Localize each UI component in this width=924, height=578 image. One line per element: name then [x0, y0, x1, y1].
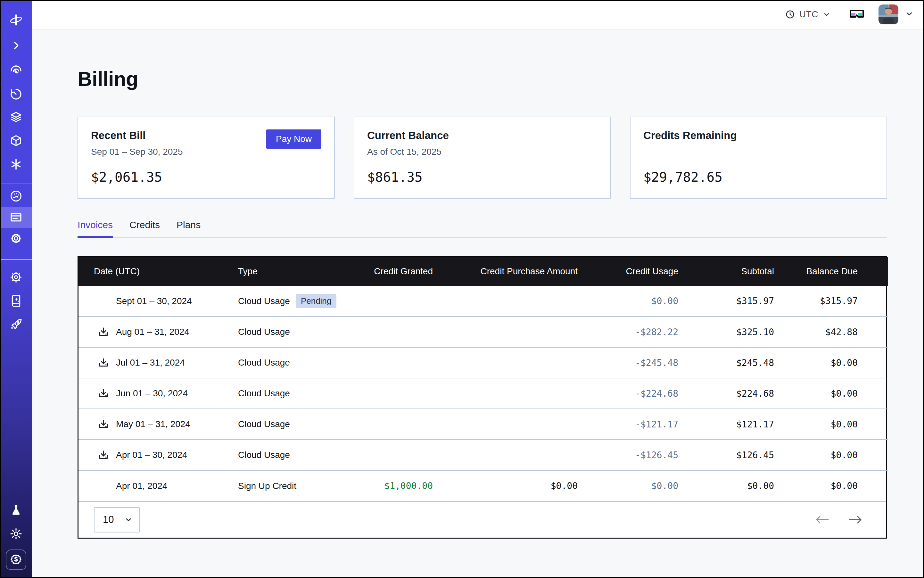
sidebar [0, 0, 32, 578]
credits-remaining-card: Credits Remaining $29,782.65 [630, 117, 887, 199]
goggles-icon [849, 9, 864, 19]
card-title: Credits Remaining [643, 130, 874, 141]
table-footer: 10 [78, 501, 886, 537]
balance-due-value: $0.00 [784, 470, 888, 501]
dollar-badge-icon [10, 553, 23, 566]
pay-now-button[interactable]: Pay Now [266, 130, 322, 149]
layers-icon[interactable] [8, 110, 24, 125]
invoices-table: Date (UTC) Type Credit Granted Credit Pu… [78, 256, 887, 539]
credit-granted-value [357, 440, 443, 470]
rewards-button[interactable] [6, 549, 26, 570]
subtotal-value: $315.97 [689, 286, 784, 317]
balance-due-value: $315.97 [784, 286, 888, 317]
billing-tabs: Invoices Credits Plans [78, 219, 887, 238]
col-subtotal: Subtotal [689, 257, 784, 286]
download-icon [98, 419, 109, 430]
page-size-value: 10 [103, 514, 114, 526]
billing-period: Sep 01 – Sep 30, 2025 [91, 147, 183, 157]
tab-credits[interactable]: Credits [130, 219, 160, 237]
col-balance-due: Balance Due [784, 257, 888, 286]
card-title: Recent Bill [91, 130, 183, 141]
download-invoice-button[interactable] [98, 388, 109, 399]
observe-icon[interactable] [8, 63, 24, 78]
credit-purchase-value [443, 440, 588, 470]
sidebar-item-getting-started[interactable] [8, 316, 24, 331]
table-row: Apr 01 – 30, 2024 Cloud Usage -$126.45 $… [78, 440, 888, 470]
subtotal-value: $325.10 [689, 317, 784, 347]
credit-granted-value [357, 409, 443, 440]
logo-icon[interactable] [8, 12, 24, 28]
credit-granted-value [357, 347, 443, 378]
flask-icon [10, 504, 23, 516]
timezone-label: UTC [799, 9, 818, 19]
invoice-date: Sept 01 – 30, 2024 [116, 296, 192, 306]
cube-icon[interactable] [8, 133, 24, 148]
collapse-chevron-icon[interactable] [8, 38, 24, 53]
invoice-date: Apr 01, 2024 [116, 481, 167, 491]
next-page-button[interactable] [848, 514, 863, 525]
rocket-icon [10, 318, 23, 330]
credit-usage-value: -$224.68 [588, 378, 689, 409]
sidebar-item-usage[interactable] [0, 185, 32, 207]
timer-icon[interactable] [8, 86, 24, 102]
user-avatar[interactable] [879, 5, 898, 24]
credit-usage-value: -$282.22 [588, 317, 689, 347]
page-size-select[interactable]: 10 [94, 507, 140, 533]
credit-purchase-value [443, 409, 588, 440]
credit-granted-value [357, 378, 443, 409]
chevron-down-icon [823, 11, 830, 18]
demo-mode-button[interactable] [849, 9, 864, 20]
table-row: Jun 01 – 30, 2024 Cloud Usage -$224.68 $… [78, 378, 888, 409]
card-title: Current Balance [367, 130, 598, 141]
gauge-icon [10, 190, 23, 203]
docs-book-icon [10, 294, 23, 307]
subtotal-value: $126.45 [689, 440, 784, 470]
invoice-type: Cloud Usage [238, 388, 290, 398]
sidebar-item-billing[interactable] [0, 207, 32, 228]
table-row: Apr 01, 2024 Sign Up Credit $1,000.00 $0… [78, 470, 888, 501]
table-row: Sept 01 – 30, 2024 Cloud UsagePending $0… [78, 286, 888, 317]
timezone-selector[interactable]: UTC [785, 9, 830, 19]
prev-page-button[interactable] [815, 514, 830, 525]
sidebar-item-support[interactable] [8, 270, 24, 285]
topbar: UTC [32, 0, 924, 29]
tab-plans[interactable]: Plans [177, 219, 201, 237]
table-row: Aug 01 – 31, 2024 Cloud Usage -$282.22 $… [78, 317, 888, 347]
download-icon [98, 357, 109, 369]
tab-invoices[interactable]: Invoices [78, 219, 113, 237]
recent-bill-card: Recent Bill Sep 01 – Sep 30, 2025 Pay No… [78, 117, 335, 199]
account-menu-button[interactable] [905, 9, 914, 19]
theme-toggle[interactable] [8, 526, 24, 541]
table-header-row: Date (UTC) Type Credit Granted Credit Pu… [78, 257, 888, 286]
sidebar-item-settings[interactable] [0, 228, 32, 249]
credits-remaining-amount: $29,782.65 [643, 169, 874, 185]
credit-usage-value: -$121.17 [588, 409, 689, 440]
invoice-type: Cloud Usage [238, 327, 290, 337]
credit-granted-value: $1,000.00 [357, 470, 443, 501]
download-icon [98, 449, 109, 461]
chevron-down-icon [905, 9, 914, 18]
invoice-date: Apr 01 – 30, 2024 [116, 450, 187, 460]
subtotal-value: $245.48 [689, 347, 784, 378]
credit-usage-value: -$245.48 [588, 347, 689, 378]
asterisk-icon[interactable] [8, 157, 24, 172]
sidebar-item-labs[interactable] [8, 502, 24, 518]
download-invoice-button[interactable] [98, 357, 109, 369]
credit-purchase-value: $0.00 [443, 470, 588, 501]
page-title: Billing [78, 29, 887, 90]
credit-usage-value: $0.00 [588, 286, 689, 317]
summary-cards: Recent Bill Sep 01 – Sep 30, 2025 Pay No… [78, 117, 887, 199]
credit-card-icon [10, 211, 23, 224]
recent-bill-amount: $2,061.35 [91, 169, 322, 185]
download-invoice-button[interactable] [98, 419, 109, 430]
sidebar-item-docs[interactable] [8, 293, 24, 308]
col-credit-usage: Credit Usage [588, 257, 689, 286]
download-invoice-button[interactable] [98, 326, 109, 338]
invoice-type: Cloud Usage [238, 419, 290, 429]
download-invoice-button[interactable] [98, 449, 109, 461]
invoice-date: Aug 01 – 31, 2024 [116, 327, 189, 337]
invoice-date: Jul 01 – 31, 2024 [116, 357, 185, 368]
main-content: Billing Recent Bill Sep 01 – Sep 30, 202… [78, 29, 887, 539]
credit-usage-value: $0.00 [588, 470, 689, 501]
balance-due-value: $0.00 [784, 409, 888, 440]
